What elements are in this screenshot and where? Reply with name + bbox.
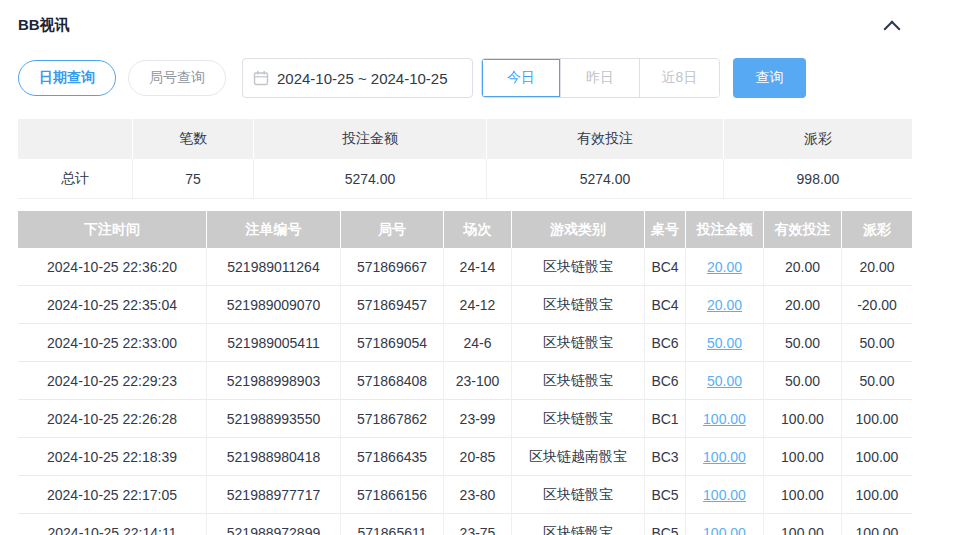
- cell-bet-amount: 100.00: [686, 438, 764, 476]
- bet-amount-link[interactable]: 50.00: [707, 335, 742, 351]
- bet-amount-link[interactable]: 20.00: [707, 297, 742, 313]
- bet-table-header-row: 下注时间 注单编号 局号 场次 游戏类别 桌号 投注金额 有效投注 派彩: [18, 211, 912, 248]
- col-header-bet-time: 下注时间: [18, 211, 207, 248]
- cell-game-type: 区块链骰宝: [512, 324, 645, 362]
- cell-round-no: 571867862: [341, 400, 444, 438]
- cell-round-no: 571868408: [341, 362, 444, 400]
- summary-total-row: 总计 75 5274.00 5274.00 998.00: [18, 159, 912, 199]
- calendar-icon: [253, 70, 269, 86]
- cell-ticket-no: 521988972899: [207, 514, 341, 535]
- cell-game-type: 区块链越南骰宝: [512, 438, 645, 476]
- tab-date-query[interactable]: 日期查询: [18, 60, 116, 96]
- summary-table: 笔数 投注金额 有效投注 派彩 总计 75 5274.00 5274.00 99…: [18, 119, 912, 199]
- col-header-payout: 派彩: [842, 211, 912, 248]
- bet-amount-link[interactable]: 50.00: [707, 373, 742, 389]
- cell-valid-bet: 50.00: [764, 324, 842, 362]
- summary-header-valid-bet: 有效投注: [487, 119, 724, 159]
- tab-round-query[interactable]: 局号查询: [128, 60, 226, 96]
- cell-game-type: 区块链骰宝: [512, 286, 645, 324]
- cell-payout: 20.00: [842, 248, 912, 286]
- table-row: 2024-10-25 22:35:04521989009070571869457…: [18, 286, 912, 324]
- cell-session: 24-6: [444, 324, 512, 362]
- date-range-input[interactable]: 2024-10-25 ~ 2024-10-25: [242, 58, 473, 98]
- tab-date-query-label: 日期查询: [39, 69, 95, 87]
- cell-valid-bet: 50.00: [764, 362, 842, 400]
- summary-total-payout: 998.00: [724, 159, 912, 199]
- quick-range-yesterday-label: 昨日: [586, 69, 614, 87]
- filter-bar: 日期查询 局号查询 2024-10-25 ~ 2024-10-25 今日 昨日 …: [18, 58, 962, 98]
- summary-total-bet-amount: 5274.00: [254, 159, 487, 199]
- chevron-up-icon[interactable]: [884, 20, 901, 37]
- summary-total-count: 75: [133, 159, 254, 199]
- cell-payout: 50.00: [842, 362, 912, 400]
- cell-game-type: 区块链骰宝: [512, 248, 645, 286]
- cell-bet-amount: 100.00: [686, 476, 764, 514]
- cell-payout: -20.00: [842, 286, 912, 324]
- cell-ticket-no: 521989005411: [207, 324, 341, 362]
- quick-range-8days[interactable]: 近8日: [640, 59, 719, 97]
- cell-table-no: BC4: [645, 286, 686, 324]
- quick-range-today[interactable]: 今日: [482, 59, 561, 97]
- table-row: 2024-10-25 22:17:05521988977717571866156…: [18, 476, 912, 514]
- bet-records-table: 下注时间 注单编号 局号 场次 游戏类别 桌号 投注金额 有效投注 派彩 202…: [18, 211, 912, 535]
- cell-bet-time: 2024-10-25 22:26:28: [18, 400, 207, 438]
- cell-round-no: 571866435: [341, 438, 444, 476]
- cell-payout: 100.00: [842, 438, 912, 476]
- cell-table-no: BC4: [645, 248, 686, 286]
- cell-table-no: BC5: [645, 514, 686, 535]
- bb-video-panel: BB视讯 日期查询 局号查询 2024-10-25 ~ 2024-10-25 今…: [0, 0, 962, 535]
- page-title: BB视讯: [18, 16, 70, 35]
- summary-header-bet-amount: 投注金额: [254, 119, 487, 159]
- cell-round-no: 571869667: [341, 248, 444, 286]
- col-header-ticket-no: 注单编号: [207, 211, 341, 248]
- bet-amount-link[interactable]: 100.00: [703, 487, 746, 503]
- table-row: 2024-10-25 22:14:11521988972899571865611…: [18, 514, 912, 535]
- date-range-value: 2024-10-25 ~ 2024-10-25: [277, 70, 448, 87]
- tab-round-query-label: 局号查询: [149, 69, 205, 87]
- bet-amount-link[interactable]: 100.00: [703, 525, 746, 535]
- cell-ticket-no: 521989011264: [207, 248, 341, 286]
- table-row: 2024-10-25 22:26:28521988993550571867862…: [18, 400, 912, 438]
- cell-bet-amount: 20.00: [686, 248, 764, 286]
- cell-session: 20-85: [444, 438, 512, 476]
- summary-header-payout: 派彩: [724, 119, 912, 159]
- cell-bet-time: 2024-10-25 22:18:39: [18, 438, 207, 476]
- table-row: 2024-10-25 22:36:20521989011264571869667…: [18, 248, 912, 286]
- cell-ticket-no: 521988998903: [207, 362, 341, 400]
- table-row: 2024-10-25 22:29:23521988998903571868408…: [18, 362, 912, 400]
- cell-table-no: BC1: [645, 400, 686, 438]
- cell-round-no: 571866156: [341, 476, 444, 514]
- cell-bet-amount: 100.00: [686, 400, 764, 438]
- quick-range-yesterday[interactable]: 昨日: [561, 59, 640, 97]
- summary-total-valid-bet: 5274.00: [487, 159, 724, 199]
- cell-bet-amount: 100.00: [686, 514, 764, 535]
- bet-amount-link[interactable]: 100.00: [703, 449, 746, 465]
- cell-payout: 100.00: [842, 400, 912, 438]
- cell-game-type: 区块链骰宝: [512, 400, 645, 438]
- cell-valid-bet: 20.00: [764, 248, 842, 286]
- cell-ticket-no: 521988993550: [207, 400, 341, 438]
- cell-bet-amount: 50.00: [686, 362, 764, 400]
- bet-table-body: 2024-10-25 22:36:20521989011264571869667…: [18, 248, 912, 535]
- cell-valid-bet: 100.00: [764, 476, 842, 514]
- summary-header-count: 笔数: [133, 119, 254, 159]
- cell-table-no: BC6: [645, 362, 686, 400]
- cell-bet-time: 2024-10-25 22:33:00: [18, 324, 207, 362]
- bet-amount-link[interactable]: 20.00: [707, 259, 742, 275]
- cell-round-no: 571869457: [341, 286, 444, 324]
- table-row: 2024-10-25 22:18:39521988980418571866435…: [18, 438, 912, 476]
- cell-bet-amount: 20.00: [686, 286, 764, 324]
- cell-table-no: BC6: [645, 324, 686, 362]
- cell-bet-time: 2024-10-25 22:36:20: [18, 248, 207, 286]
- bet-amount-link[interactable]: 100.00: [703, 411, 746, 427]
- cell-session: 23-80: [444, 476, 512, 514]
- panel-header: BB视讯: [18, 16, 912, 35]
- quick-range-group: 今日 昨日 近8日: [481, 58, 720, 98]
- cell-bet-time: 2024-10-25 22:29:23: [18, 362, 207, 400]
- cell-session: 24-12: [444, 286, 512, 324]
- cell-session: 23-99: [444, 400, 512, 438]
- col-header-bet-amount: 投注金额: [686, 211, 764, 248]
- search-button[interactable]: 查询: [733, 58, 806, 98]
- col-header-valid-bet: 有效投注: [764, 211, 842, 248]
- cell-valid-bet: 100.00: [764, 400, 842, 438]
